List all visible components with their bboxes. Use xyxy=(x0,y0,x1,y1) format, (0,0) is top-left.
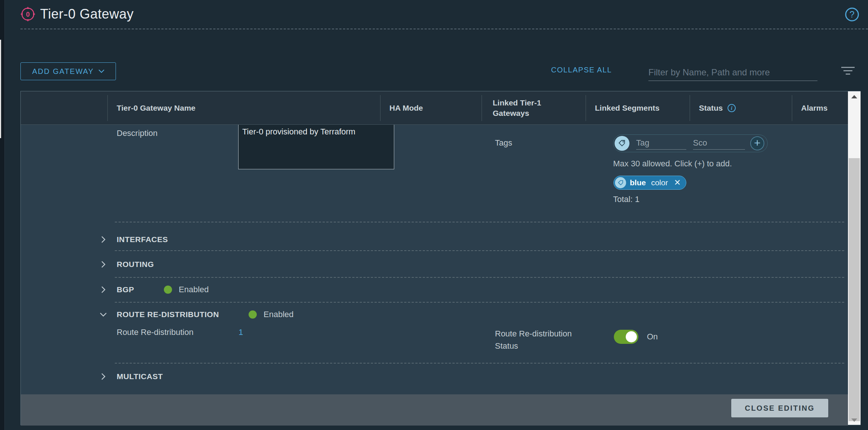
scrollbar-thumb[interactable] xyxy=(849,158,860,421)
column-divider xyxy=(690,95,690,121)
section-title: MULTICAST xyxy=(117,372,163,381)
left-edge-strip xyxy=(0,0,5,430)
section-title: ROUTING xyxy=(117,260,154,269)
status-header-label: Status xyxy=(699,104,723,113)
section-interfaces[interactable]: INTERFACES xyxy=(99,233,168,246)
chevron-right-icon[interactable] xyxy=(99,286,107,294)
scroll-up-arrow[interactable] xyxy=(851,95,857,98)
column-header-status[interactable]: Status i xyxy=(699,91,736,125)
status-dot-green xyxy=(249,310,257,319)
tag-icon xyxy=(615,136,629,151)
section-route-redistribution[interactable]: ROUTE RE-DISTRIBUTION Enabled xyxy=(99,308,294,321)
column-header-alarms[interactable]: Alarms xyxy=(801,91,827,125)
column-divider xyxy=(482,95,482,121)
column-header-name[interactable]: Tier-0 Gateway Name xyxy=(117,91,195,125)
info-icon[interactable]: i xyxy=(727,104,736,113)
header-separator xyxy=(20,29,868,29)
status-dot-green xyxy=(164,286,172,294)
tag-hint-text: Max 30 allowed. Click (+) to add. xyxy=(613,159,732,169)
section-title: ROUTE RE-DISTRIBUTION xyxy=(117,310,219,319)
vertical-scrollbar[interactable] xyxy=(848,91,861,425)
route-redistribution-label: Route Re-distribution xyxy=(117,328,194,337)
section-bgp[interactable]: BGP Enabled xyxy=(99,283,209,296)
section-title: INTERFACES xyxy=(117,235,168,244)
tag-name-input[interactable] xyxy=(636,136,686,150)
tag-scope-input[interactable] xyxy=(693,136,745,150)
filter-input[interactable] xyxy=(648,64,817,81)
column-header-linked-segments[interactable]: Linked Segments xyxy=(595,91,660,125)
tag-total: Total: 1 xyxy=(613,195,639,204)
section-routing[interactable]: ROUTING xyxy=(99,258,154,271)
close-editing-button[interactable]: CLOSE EDITING xyxy=(731,399,828,417)
column-divider xyxy=(107,95,108,121)
section-divider xyxy=(115,222,844,222)
section-divider xyxy=(115,363,844,364)
toggle-state-text: On xyxy=(647,332,658,342)
column-divider xyxy=(792,95,792,121)
column-header-ha-mode[interactable]: HA Mode xyxy=(389,91,423,125)
section-divider xyxy=(115,302,844,303)
column-divider xyxy=(586,95,586,121)
tag-input-group: + xyxy=(613,134,768,152)
tag-chip: blue color ✕ xyxy=(613,176,686,190)
nsx-tier0-gateway-screen: 0 Tier-0 Gateway ? ADD GATEWAY COLLAPSE … xyxy=(0,0,868,430)
description-field[interactable]: Tier-0 provisioned by Terraform xyxy=(238,125,394,169)
gateway-table-panel: Tier-0 Gateway Name HA Mode Linked Tier-… xyxy=(20,91,861,425)
svg-text:0: 0 xyxy=(26,11,30,18)
help-icon[interactable]: ? xyxy=(844,7,860,22)
scroll-down-arrow[interactable] xyxy=(851,418,857,422)
table-header-row: Tier-0 Gateway Name HA Mode Linked Tier-… xyxy=(21,91,848,125)
edit-footer-bar: CLOSE EDITING xyxy=(21,394,848,426)
svg-text:?: ? xyxy=(849,9,854,19)
filter-icon[interactable] xyxy=(841,67,855,78)
section-divider xyxy=(115,250,844,251)
route-redistribution-count-link[interactable]: 1 xyxy=(239,328,243,337)
route-redistribution-status-label: Route Re-distribution Status xyxy=(495,328,572,352)
collapse-all-button[interactable]: COLLAPSE ALL xyxy=(551,66,612,74)
add-gateway-label: ADD GATEWAY xyxy=(32,67,94,76)
status-label-line2: Status xyxy=(495,340,572,352)
svg-text:i: i xyxy=(731,105,732,111)
tag-chip-name: blue xyxy=(630,178,646,187)
section-status: Enabled xyxy=(263,310,294,319)
gateway-edit-row: Description Tier-0 provisioned by Terraf… xyxy=(21,125,848,394)
tier0-gateway-icon: 0 xyxy=(19,6,36,23)
page-title: Tier-0 Gateway xyxy=(40,6,134,22)
column-divider xyxy=(380,95,380,121)
add-tag-button[interactable]: + xyxy=(750,136,764,150)
route-redistribution-toggle[interactable] xyxy=(614,330,638,344)
status-label-line1: Route Re-distribution xyxy=(495,328,572,340)
tag-chip-scope: color xyxy=(651,178,668,187)
description-label: Description xyxy=(117,128,158,138)
chevron-down-icon xyxy=(98,69,104,73)
section-title: BGP xyxy=(117,285,134,294)
app-header: 0 Tier-0 Gateway ? xyxy=(5,0,868,29)
tags-label: Tags xyxy=(495,138,512,148)
left-scroll-sliver xyxy=(0,40,1,138)
remove-tag-icon[interactable]: ✕ xyxy=(674,178,681,188)
section-divider xyxy=(115,277,844,278)
section-multicast[interactable]: MULTICAST xyxy=(99,370,163,383)
column-header-linked-tier1[interactable]: Linked Tier-1 Gateways xyxy=(493,91,571,125)
chevron-right-icon[interactable] xyxy=(99,260,107,268)
toggle-knob xyxy=(626,331,637,342)
section-status: Enabled xyxy=(179,285,209,294)
add-gateway-button[interactable]: ADD GATEWAY xyxy=(20,62,116,80)
tag-icon xyxy=(615,177,626,188)
chevron-down-icon[interactable] xyxy=(99,310,107,319)
chevron-right-icon[interactable] xyxy=(99,372,107,381)
chevron-right-icon[interactable] xyxy=(99,235,107,244)
